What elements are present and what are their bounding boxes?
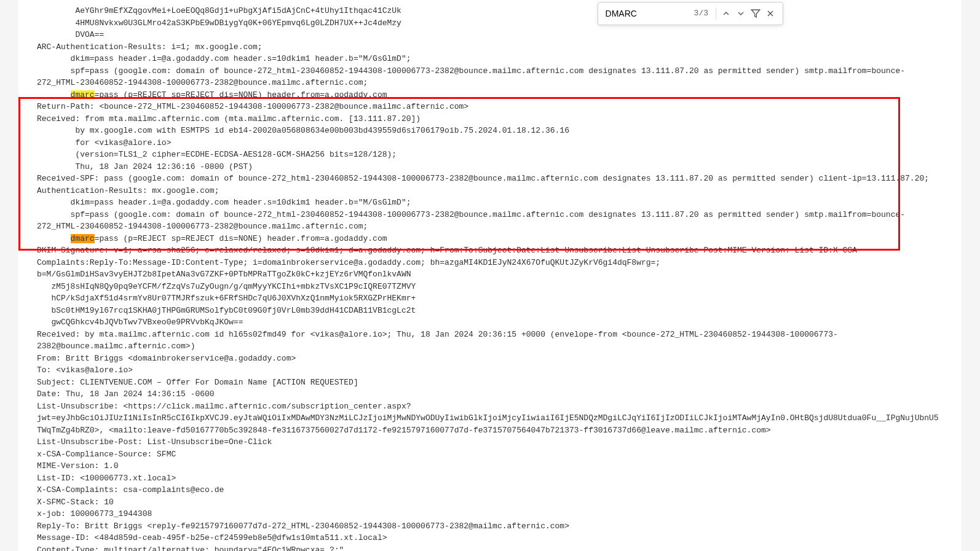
header-line: MIME-Version: 1.0 [37, 460, 943, 472]
search-next-button[interactable] [733, 6, 748, 21]
header-line: x-job: 100006773_1944308 [37, 508, 943, 520]
header-line: X-SFMC-Stack: 10 [37, 496, 943, 509]
header-line: dmarc=pass (p=REJECT sp=REJECT dis=NONE)… [37, 89, 943, 101]
header-line: AeYGhr9mEfXZqgovMei+LoeEOQq8Gdj1+uPbgXjA… [37, 5, 943, 17]
header-line: Received: by mta.mailmc.afternic.com id … [37, 329, 943, 353]
header-line: zM5j8sHIqN8Qy0pq9eYCFM/fZzqVs7uZyOugn/g/… [37, 281, 943, 293]
header-line: 4HMU8Nvkxw0U3GLMro42aS3KPbE9wDBiygYq0K+0… [37, 17, 943, 29]
header-line: hCP/kSdjaXf51d4srmYv8Ur07TMJRfszuk+6FRfS… [37, 292, 943, 305]
svg-marker-0 [751, 10, 759, 17]
header-line: List-Unsubscribe-Post: List-Unsubscribe=… [37, 436, 943, 448]
header-line: by mx.google.com with ESMTPS id eb14-200… [37, 125, 943, 137]
close-icon [765, 9, 775, 18]
header-line: Content-Type: multipart/alternative; bou… [37, 544, 943, 552]
divider [716, 7, 716, 20]
header-line: Subject: CLIENTVENUE.COM – Offer For Dom… [37, 377, 943, 389]
header-line: spf=pass (google.com: domain of bounce-2… [37, 209, 943, 233]
header-line: gwCQGhkcv4bJQVbTwv7VBxeo0e9PRVvbKqJKOw== [37, 316, 943, 329]
header-line: bSc0tHM19yl67rcq1SKHA0jTHPGmGRUMSolfybC0… [37, 305, 943, 317]
header-line: x-CSA-Compliance-Source: SFMC [37, 448, 943, 461]
header-line: spf=pass (google.com: domain of bounce-2… [37, 65, 943, 89]
header-line: List-Unsubscribe: <https://click.mailmc.… [37, 401, 943, 437]
header-line: Date: Thu, 18 Jan 2024 14:36:15 -0600 [37, 388, 943, 401]
header-line: DKIM-Signature: v=1; a=rsa-sha256; c=rel… [37, 244, 943, 268]
header-line: DVOA== [37, 29, 943, 41]
header-line: Message-ID: <484d859d-ceab-495f-b25e-cf2… [37, 532, 943, 544]
header-line: (version=TLS1_2 cipher=ECDHE-ECDSA-AES12… [37, 149, 943, 161]
chevron-up-icon [721, 9, 731, 18]
header-line: Authentication-Results: mx.google.com; [37, 185, 943, 197]
find-in-page-bar: 3/3 [598, 2, 783, 25]
filter-icon [751, 9, 761, 18]
search-highlight: dmarc [71, 90, 95, 100]
header-line: dkim=pass header.i=@a.godaddy.com header… [37, 53, 943, 65]
header-line: List-ID: <100006773.xt.local> [37, 472, 943, 485]
header-line: Received: from mta.mailmc.afternic.com (… [37, 113, 943, 125]
search-match-count: 3/3 [689, 7, 713, 20]
search-prev-button[interactable] [719, 6, 733, 21]
header-line: dmarc=pass (p=REJECT sp=REJECT dis=NONE)… [37, 233, 943, 245]
header-line: b=M/GsGlmDiHSav3vyEHJT2b8IpetANa3vG7ZKF+… [37, 268, 943, 281]
header-line: Thu, 18 Jan 2024 12:36:16 -0800 (PST) [37, 161, 943, 173]
search-highlight-active: dmarc [71, 234, 95, 243]
header-line: To: <vikas@alore.io> [37, 364, 943, 377]
email-header-content: AeYGhr9mEfXZqgovMei+LoeEOQq8Gdj1+uPbgXjA… [18, 0, 962, 551]
header-line: From: Britt Briggs <domainbrokerservice@… [37, 353, 943, 365]
header-line: ARC-Authentication-Results: i=1; mx.goog… [37, 41, 943, 53]
header-line: Return-Path: <bounce-272_HTML-230460852-… [37, 101, 943, 113]
header-line: X-CSA-Complaints: csa-complaints@eco.de [37, 484, 943, 496]
search-filter-button[interactable] [748, 6, 763, 21]
header-line: Reply-To: Britt Briggs <reply-fe92157971… [37, 520, 943, 533]
chevron-down-icon [736, 9, 746, 18]
header-line: for <vikas@alore.io> [37, 137, 943, 149]
search-close-button[interactable] [763, 6, 778, 21]
search-input[interactable] [603, 6, 689, 21]
header-line: dkim=pass header.i=@a.godaddy.com header… [37, 197, 943, 209]
header-line: Received-SPF: pass (google.com: domain o… [37, 173, 943, 185]
